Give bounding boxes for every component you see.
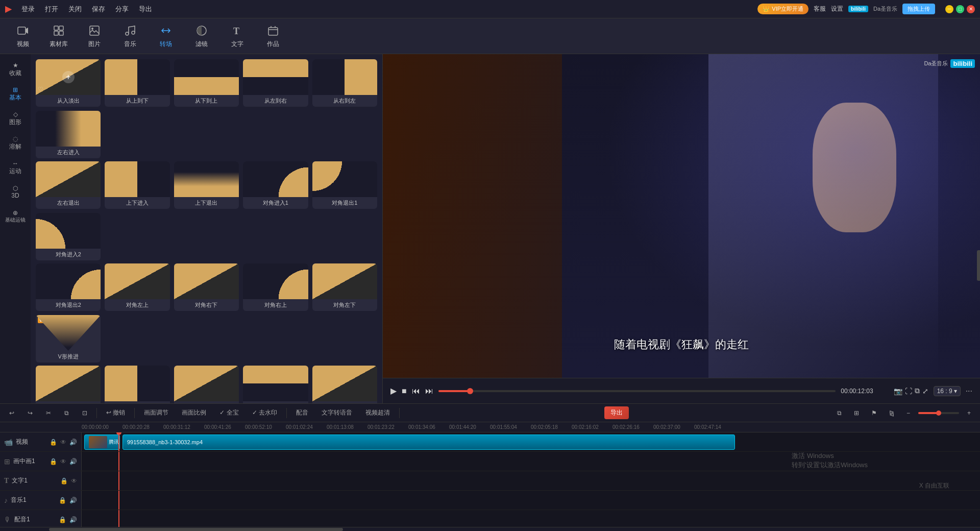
- sidebar-item-motion[interactable]: ↔ 运动: [2, 157, 29, 178]
- preview-progress-bar[interactable]: [438, 390, 836, 392]
- menu-close[interactable]: 关闭: [68, 5, 82, 14]
- zoom-thumb[interactable]: [936, 411, 941, 416]
- sidebar-item-dissolve[interactable]: ◌ 溶解: [2, 133, 29, 153]
- fullwidth-btn[interactable]: ✓ 全宝: [215, 407, 242, 419]
- transition-udenter[interactable]: 上下进入: [105, 161, 169, 209]
- track-video-eye[interactable]: 👁: [60, 439, 66, 446]
- aspect-adjust-btn[interactable]: 画面比例: [178, 407, 210, 419]
- fit-btn[interactable]: ⧉: [833, 408, 846, 418]
- menu-save[interactable]: 保存: [92, 5, 105, 14]
- next-frame-btn[interactable]: ⏭: [425, 387, 433, 396]
- track-music-lock[interactable]: 🔒: [59, 497, 66, 504]
- track-voiceover-audio[interactable]: 🔊: [69, 516, 77, 523]
- toolbar-filter[interactable]: 滤镜: [184, 21, 219, 52]
- pip-btn[interactable]: ⧉: [915, 387, 920, 395]
- toolbar-works[interactable]: 作品: [255, 21, 291, 52]
- screen-adjust-btn[interactable]: 画面调节: [140, 407, 173, 419]
- play-btn[interactable]: ▶: [390, 386, 397, 396]
- vip-button[interactable]: 👑 VIP立即开通: [757, 4, 808, 14]
- watermark-btn[interactable]: ✓ 去水印: [248, 407, 281, 419]
- transition-diag1enter[interactable]: 对角进入1: [243, 161, 308, 209]
- zoom-slider[interactable]: [918, 412, 959, 414]
- zoom-out-btn[interactable]: −: [902, 408, 914, 418]
- transition-hspread[interactable]: 水平对称扩散擦除: [312, 366, 377, 403]
- transition-diagru[interactable]: 对角右上: [243, 263, 308, 311]
- customer-service-btn[interactable]: 客服: [814, 5, 826, 13]
- menu-share[interactable]: 分享: [115, 5, 129, 14]
- track-pip-eye[interactable]: 👁: [60, 458, 66, 465]
- transition-diag2exit[interactable]: 对角退出2: [36, 263, 101, 311]
- stop-btn[interactable]: ■: [402, 387, 407, 396]
- toolbar-video[interactable]: 视频: [5, 21, 41, 52]
- split-btn[interactable]: ⧎: [885, 408, 898, 418]
- transition-diag1exit[interactable]: 对角退出1: [312, 161, 377, 209]
- close-btn[interactable]: ✕: [967, 5, 975, 13]
- toolbar-text[interactable]: T 文字: [219, 21, 255, 52]
- cut-btn[interactable]: ✂: [42, 408, 55, 418]
- duplicate-btn[interactable]: ⧉: [60, 408, 73, 418]
- transition-lrenter[interactable]: 左右进入: [36, 111, 101, 158]
- screenshot-btn[interactable]: 📷: [894, 387, 902, 395]
- track-music-audio[interactable]: 🔊: [69, 497, 77, 504]
- transition-vpush[interactable]: VIP V形推进: [36, 315, 101, 363]
- undo-btn[interactable]: ↩: [5, 408, 18, 418]
- sidebar-item-3d[interactable]: ⬡ 3D: [2, 182, 29, 202]
- track-video-lock[interactable]: 🔒: [50, 439, 57, 446]
- export-btn[interactable]: 导出: [604, 406, 629, 419]
- track-pip-lock[interactable]: 🔒: [50, 458, 57, 465]
- prev-frame-btn[interactable]: ⏮: [412, 387, 420, 396]
- sidebar-item-shape[interactable]: ◇ 图形: [2, 108, 29, 129]
- transition-udexit[interactable]: 上下退出: [174, 161, 239, 209]
- track-voiceover-lock[interactable]: 🔒: [59, 516, 66, 523]
- track-text-lock[interactable]: 🔒: [60, 477, 68, 485]
- redo-btn[interactable]: ↪: [23, 408, 37, 418]
- marker-btn[interactable]: ⚑: [867, 408, 881, 418]
- transition-diagld[interactable]: 对角左下: [312, 263, 377, 311]
- undo-action-btn[interactable]: ↩ 撤销: [102, 407, 129, 419]
- more-btn[interactable]: ···: [966, 387, 972, 396]
- toolbar-image[interactable]: 图片: [77, 21, 112, 52]
- track-playhead[interactable]: [118, 432, 119, 451]
- transition-hmerge[interactable]: 水平对称聚合擦除: [243, 366, 308, 403]
- enhance-btn[interactable]: 视频超清: [361, 407, 394, 419]
- track-video-audio[interactable]: 🔊: [69, 439, 77, 446]
- transition-bottomtop[interactable]: 从下到上: [174, 59, 239, 107]
- menu-export[interactable]: 导出: [139, 5, 152, 14]
- transition-topbottom[interactable]: 从上到下: [105, 59, 169, 107]
- transition-hcrossdown[interactable]: 水平交叉向下擦除: [105, 366, 169, 403]
- minimize-btn[interactable]: ─: [945, 5, 953, 13]
- settings-btn[interactable]: 设置: [831, 5, 843, 13]
- aspect-ratio-btn[interactable]: 16 : 9 ▾: [934, 386, 961, 396]
- transition-diag2enter[interactable]: 对角进入2: [36, 213, 101, 260]
- snap-btn[interactable]: ⊞: [850, 408, 863, 418]
- track-main-clip[interactable]: 991558388_nb3-1-30032.mp4: [122, 435, 735, 450]
- track-pip-audio[interactable]: 🔊: [69, 458, 77, 465]
- transition-diagrd[interactable]: 对角右下: [174, 263, 239, 311]
- add-transition-btn[interactable]: +: [62, 71, 75, 83]
- menu-login[interactable]: 登录: [21, 5, 35, 14]
- transition-diaglu[interactable]: 对角左上: [105, 263, 169, 311]
- track-text-eye[interactable]: 👁: [71, 477, 77, 485]
- maximize-btn[interactable]: □: [956, 5, 964, 13]
- transition-vpush2[interactable]: V形推进2: [36, 366, 101, 403]
- right-edge-handle[interactable]: [977, 250, 980, 281]
- sidebar-item-basic[interactable]: ⊞ 基本: [2, 84, 29, 104]
- transition-leftright[interactable]: 从左到右: [243, 59, 308, 107]
- toolbar-music[interactable]: 音乐: [112, 21, 148, 52]
- track-clip-thumbnail[interactable]: 腾讯视频...: [84, 435, 120, 450]
- zoom-in-btn[interactable]: +: [963, 408, 975, 418]
- scrollbar-thumb[interactable]: [49, 528, 343, 531]
- transition-lrexit[interactable]: 左右退出: [36, 161, 101, 209]
- expand-btn[interactable]: ⤢: [922, 387, 928, 395]
- menu-open[interactable]: 打开: [45, 5, 58, 14]
- tts-btn[interactable]: 文字转语音: [317, 407, 356, 419]
- timeline-scrollbar[interactable]: [0, 527, 980, 531]
- sidebar-item-basicmove[interactable]: ⊕ 基础运镜: [2, 206, 29, 227]
- dubbing-btn[interactable]: 配音: [292, 407, 312, 419]
- toolbar-transitions[interactable]: 转场: [148, 21, 184, 52]
- sidebar-item-collect[interactable]: ★ 收藏: [2, 59, 29, 80]
- transition-hcrossup[interactable]: 水平交叉向上擦除: [174, 366, 239, 403]
- toolbar-materials[interactable]: 素材库: [41, 21, 77, 52]
- progress-thumb[interactable]: [467, 388, 473, 394]
- delete-btn[interactable]: ⊡: [78, 408, 91, 418]
